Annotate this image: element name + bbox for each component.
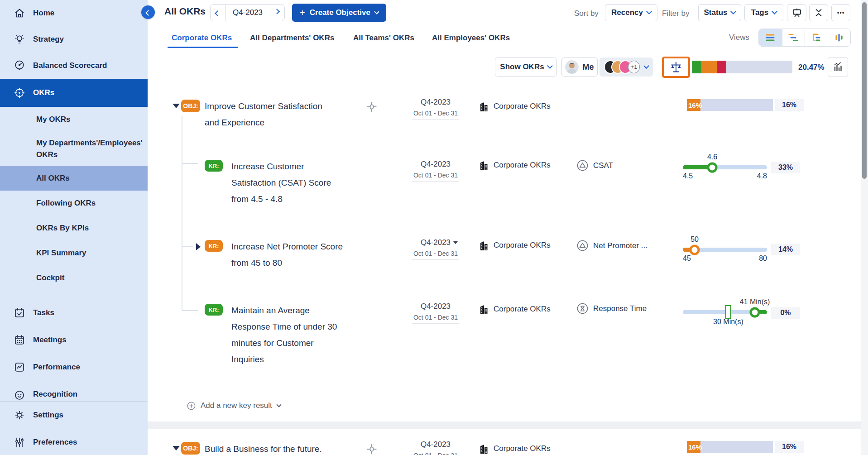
kr-progress-slider[interactable]: 41 Min(s) 30 Min(s) <box>683 297 767 330</box>
create-objective-button[interactable]: + Create Objective <box>292 4 386 22</box>
slider-thumb[interactable] <box>707 162 718 172</box>
sidebar-item-kpi-summary[interactable]: KPI Summary <box>0 240 148 265</box>
kr-expand-toggle[interactable] <box>196 243 201 250</box>
weights-toggle-button[interactable] <box>662 57 690 78</box>
sidebar-item-okrs-by-kpis[interactable]: OKRs By KPIs <box>0 216 148 240</box>
tab-all-employees-okrs[interactable]: All Employees' OKRs <box>432 34 510 43</box>
objective-separator <box>148 421 861 429</box>
chart-view-icon <box>834 32 844 43</box>
kpi-link[interactable]: CSAT <box>576 159 613 172</box>
chevron-down-icon <box>644 63 649 68</box>
sidebar-item-home[interactable]: Home <box>0 0 148 26</box>
sidebar-item-label: Meetings <box>33 335 67 345</box>
show-okrs-dropdown[interactable]: Show OKRs <box>495 57 557 77</box>
kr-progress-slider[interactable]: 50 45 80 <box>683 235 767 268</box>
tab-corporate-okrs[interactable]: Corporate OKRs <box>172 34 232 43</box>
gantt-view-button[interactable] <box>782 29 805 46</box>
kr-title[interactable]: Increase CustomerSatisfaction (CSAT) Sco… <box>231 158 376 207</box>
me-filter-chip[interactable]: Me <box>561 57 598 77</box>
view-switcher <box>758 29 851 47</box>
kpi-link[interactable]: Net Promoter ... <box>576 239 647 252</box>
main-content: All OKRs Q4-2023 + Create Objective Sort… <box>148 0 861 455</box>
collapse-all-button[interactable] <box>809 4 828 21</box>
status-filter-dropdown[interactable]: Status <box>698 4 741 21</box>
period-next-button[interactable] <box>270 5 284 21</box>
chevron-down-icon <box>276 402 281 407</box>
sliders-icon <box>14 436 25 448</box>
sidebar-footer: Settings Preferences <box>0 402 148 455</box>
active-tab-underline <box>168 47 238 48</box>
sort-dropdown[interactable]: Recency <box>605 4 657 21</box>
kr-progress-slider[interactable]: 4.6 4.5 4.8 <box>683 152 767 186</box>
kpi-link[interactable]: Response Time <box>576 302 647 315</box>
progress-percent-badge: 16% <box>775 99 804 111</box>
slider-thumb[interactable] <box>750 307 760 317</box>
sidebar-item-okrs[interactable]: OKRs <box>0 79 148 107</box>
alignment-icon[interactable] <box>366 443 378 455</box>
progress-percent-badge: 33% <box>771 162 800 173</box>
sidebar-item-label: Recognition <box>33 390 77 399</box>
kr-title[interactable]: Maintain an AverageResponse Time of unde… <box>231 302 376 368</box>
period-prev-button[interactable] <box>211 5 225 21</box>
kr-title[interactable]: Increase Net Promoter Scorefrom 45 to 80 <box>231 239 385 271</box>
sidebar-item-meetings[interactable]: Meetings <box>0 326 148 354</box>
response-time-icon <box>576 302 589 315</box>
sidebar-item-my-okrs[interactable]: My OKRs <box>0 107 148 132</box>
sidebar-item-preferences[interactable]: Preferences <box>0 429 148 455</box>
sidebar-item-strategy[interactable]: Strategy <box>0 26 148 53</box>
slider-thumb[interactable] <box>690 244 700 255</box>
sidebar-item-balanced-scorecard[interactable]: Balanced Scorecard <box>0 53 148 79</box>
bar-chart-icon <box>833 62 844 72</box>
chevron-down-icon <box>772 9 777 14</box>
progress-chart-button[interactable] <box>828 57 848 77</box>
objective-collapse-toggle[interactable] <box>173 446 180 450</box>
tab-all-teams-okrs[interactable]: All Teams' OKRs <box>353 34 414 43</box>
tags-filter-dropdown[interactable]: Tags <box>744 4 783 21</box>
period-value[interactable]: Q4-2023 <box>225 5 270 21</box>
plus-icon: + <box>300 8 305 18</box>
list-view-button[interactable] <box>759 29 782 46</box>
okr-owner[interactable]: Corporate OKRs <box>478 303 551 315</box>
sidebar-item-performance[interactable]: Performance <box>0 354 148 381</box>
tree-view-button[interactable] <box>805 29 828 46</box>
objective-title[interactable]: Improve Customer Satisfaction and Experi… <box>205 98 361 131</box>
sidebar: Home Strategy Balanced Scorecard OKRs My… <box>0 0 148 455</box>
sidebar-item-tasks[interactable]: Tasks <box>0 299 148 326</box>
tab-all-departments-okrs[interactable]: All Departments' OKRs <box>250 34 334 43</box>
objective-progress-bar: 16% <box>687 441 773 453</box>
chevron-down-icon <box>547 63 553 69</box>
vertical-scrollbar-thumb[interactable] <box>862 2 867 179</box>
objective-progress-bar: 16% <box>687 99 773 111</box>
presentation-mode-button[interactable] <box>787 4 806 21</box>
okr-owner[interactable]: Corporate OKRs <box>478 239 551 251</box>
chevron-left-icon <box>215 10 221 16</box>
add-key-result-button[interactable]: Add a new key result <box>187 401 281 410</box>
objective-badge: OBJ: <box>181 100 200 112</box>
bulb-icon <box>14 34 25 45</box>
okr-owner[interactable]: Corporate OKRs <box>478 159 551 171</box>
tree-connector-stub <box>182 310 198 311</box>
sort-by-label: Sort by <box>574 9 599 18</box>
sidebar-collapse-button[interactable] <box>141 5 155 19</box>
behind-segment <box>717 61 726 73</box>
okr-owner[interactable]: Corporate OKRs <box>478 443 551 455</box>
sidebar-item-all-okrs[interactable]: All OKRs <box>0 166 148 191</box>
sidebar-item-recognition[interactable]: Recognition <box>0 381 148 401</box>
alignment-icon[interactable] <box>366 101 378 113</box>
chevron-right-icon <box>274 9 280 14</box>
progress-percent-badge: 0% <box>771 307 800 319</box>
sidebar-item-my-departments-okrs[interactable]: My Departments'/Employees' OKRs <box>0 132 148 166</box>
period-selector: Q4-2023 <box>210 4 285 21</box>
assignee-avatars-dropdown[interactable]: +1 <box>599 57 653 77</box>
chart-view-button[interactable] <box>828 29 851 46</box>
tree-connector-stub <box>182 163 198 164</box>
slider-current-value: 50 <box>691 235 699 244</box>
objective-collapse-toggle[interactable] <box>173 104 180 108</box>
more-options-button[interactable]: ••• <box>831 4 850 21</box>
sidebar-item-following-okrs[interactable]: Following OKRs <box>0 191 148 216</box>
objective-title[interactable]: Build a Business for the future. <box>205 441 386 455</box>
sidebar-item-cockpit[interactable]: Cockpit <box>0 265 148 290</box>
okr-owner[interactable]: Corporate OKRs <box>478 101 551 112</box>
sidebar-item-label: Performance <box>33 363 80 372</box>
sidebar-item-settings[interactable]: Settings <box>0 402 148 429</box>
